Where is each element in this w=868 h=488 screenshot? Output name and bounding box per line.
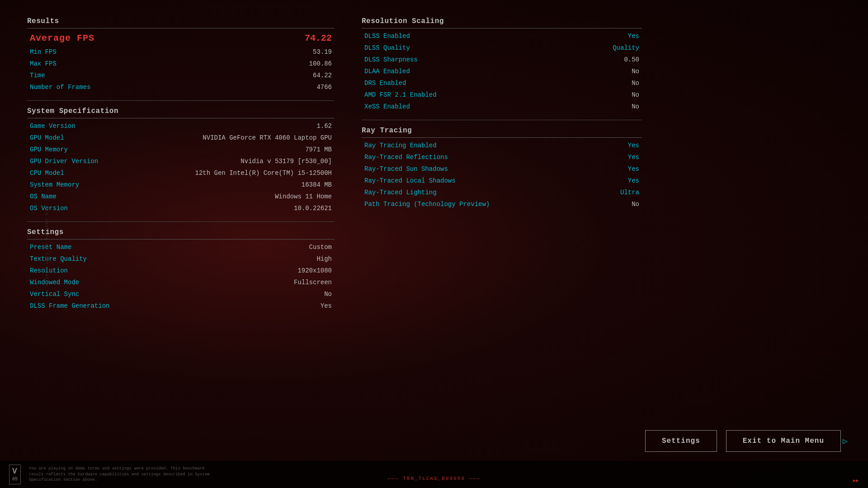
row-label: Vertical Sync — [30, 291, 79, 298]
row-label: Max FPS — [30, 60, 57, 67]
row-value: Yes — [321, 302, 332, 310]
table-row: DLSS QualityQuality — [362, 42, 642, 54]
row-value: 0.50 — [624, 56, 639, 63]
row-label: Ray-Traced Reflections — [364, 154, 448, 161]
row-value: 7971 MB — [305, 146, 332, 153]
row-label: DRS Enabled — [364, 80, 406, 87]
row-value: No — [632, 91, 639, 99]
left-panel: Results Average FPS 74.22 Min FPS53.19Ma… — [27, 14, 335, 474]
table-row: Max FPS100.86 — [27, 58, 335, 70]
row-value: 100.86 — [309, 60, 332, 67]
row-value: 16384 MB — [302, 181, 332, 188]
row-value: No — [632, 80, 639, 87]
row-label: Ray Tracing Enabled — [364, 142, 437, 149]
avg-fps-value: 74.22 — [305, 33, 332, 43]
divider-1 — [27, 100, 335, 101]
table-row: Min FPS53.19 — [27, 46, 335, 58]
row-label: Preset Name — [30, 244, 71, 251]
table-row: System Memory16384 MB — [27, 179, 335, 191]
row-label: Path Tracing (Technology Preview) — [364, 201, 490, 208]
row-label: Number of Frames — [30, 84, 90, 91]
row-value: 10.0.22621 — [294, 205, 332, 212]
table-row: Windowed ModeFullscreen — [27, 277, 335, 288]
resolution-section: Resolution Scaling DLSS EnabledYesDLSS Q… — [362, 14, 642, 113]
row-label: Ray-Traced Local Shadows — [364, 177, 456, 184]
row-label: OS Name — [30, 193, 57, 200]
settings-title: Settings — [27, 225, 335, 239]
row-value: Nvidia v 53179 [r530_00] — [241, 158, 332, 165]
results-rows: Min FPS53.19Max FPS100.86Time64.22Number… — [27, 46, 335, 93]
row-label: System Memory — [30, 181, 79, 188]
table-row: GPU ModelNVIDIA GeForce RTX 4060 Laptop … — [27, 132, 335, 144]
row-label: DLSS Quality — [364, 44, 410, 52]
table-row: OS NameWindows 11 Home — [27, 191, 335, 202]
row-value: Custom — [309, 244, 332, 251]
bottom-center-text: ——— TRN_TLCAS_B09059 ——— — [387, 476, 481, 481]
table-row: Ray-Traced ReflectionsYes — [362, 151, 642, 163]
table-row: XeSS EnabledNo — [362, 101, 642, 113]
avg-fps-label: Average FPS — [30, 33, 94, 43]
row-value: 12th Gen Intel(R) Core(TM) i5-12500H — [195, 169, 332, 177]
table-row: OS Version10.0.22621 — [27, 202, 335, 214]
table-row: Ray-Traced LightingUltra — [362, 187, 642, 198]
table-row: Ray-Traced Sun ShadowsYes — [362, 163, 642, 175]
settings-button[interactable]: Settings — [645, 430, 717, 452]
row-value: Windows 11 Home — [275, 193, 332, 200]
table-row: GPU Memory7971 MB — [27, 144, 335, 155]
row-label: DLSS Sharpness — [364, 56, 418, 63]
row-label: Min FPS — [30, 48, 57, 56]
row-value: Yes — [628, 33, 639, 40]
row-value: 64.22 — [313, 72, 332, 79]
cursor-icon: ▷ — [843, 436, 852, 445]
table-row: DLSS Frame GenerationYes — [27, 300, 335, 312]
row-value: Yes — [628, 165, 639, 173]
row-value: 4766 — [316, 84, 332, 91]
row-value: Yes — [628, 177, 639, 184]
version-num: 85 — [12, 477, 18, 482]
exit-button[interactable]: Exit to Main Menu — [726, 430, 841, 452]
row-value: 1.62 — [316, 122, 332, 130]
row-label: Texture Quality — [30, 255, 87, 263]
system-rows: Game Version1.62GPU ModelNVIDIA GeForce … — [27, 120, 335, 214]
row-label: GPU Memory — [30, 146, 68, 153]
row-value: 53.19 — [313, 48, 332, 56]
version-box: V 85 — [9, 465, 21, 485]
table-row: DLSS Sharpness0.50 — [362, 54, 642, 66]
row-label: XeSS Enabled — [364, 103, 410, 110]
table-row: GPU Driver VersionNvidia v 53179 [r530_0… — [27, 155, 335, 167]
row-value: Ultra — [620, 189, 639, 196]
row-label: Ray-Traced Sun Shadows — [364, 165, 448, 173]
row-value: Yes — [628, 154, 639, 161]
raytracing-section: Ray Tracing Ray Tracing EnabledYesRay-Tr… — [362, 123, 642, 210]
raytracing-title: Ray Tracing — [362, 123, 642, 138]
results-section: Results Average FPS 74.22 Min FPS53.19Ma… — [27, 14, 335, 93]
table-row: Number of Frames4766 — [27, 81, 335, 93]
version-badge: V 85 You are playing on demo terms and s… — [9, 465, 210, 485]
row-label: Windowed Mode — [30, 279, 79, 286]
version-letter: V — [12, 467, 18, 477]
row-value: No — [324, 291, 332, 298]
settings-section: Settings Preset NameCustomTexture Qualit… — [27, 225, 335, 312]
table-row: DLAA EnabledNo — [362, 66, 642, 77]
table-row: DRS EnabledNo — [362, 77, 642, 89]
right-panel: Resolution Scaling DLSS EnabledYesDLSS Q… — [362, 14, 642, 474]
table-row: Game Version1.62 — [27, 120, 335, 132]
table-row: Resolution1920x1080 — [27, 265, 335, 277]
row-value: Fullscreen — [294, 279, 332, 286]
settings-rows: Preset NameCustomTexture QualityHighReso… — [27, 241, 335, 312]
resolution-title: Resolution Scaling — [362, 14, 642, 28]
row-label: DLSS Enabled — [364, 33, 410, 40]
row-value: High — [316, 255, 332, 263]
system-section: System Specification Game Version1.62GPU… — [27, 103, 335, 214]
bottom-bar: V 85 You are playing on demo terms and s… — [0, 461, 868, 488]
row-label: DLSS Frame Generation — [30, 302, 109, 310]
row-value: No — [632, 201, 639, 208]
row-value: NVIDIA GeForce RTX 4060 Laptop GPU — [203, 134, 332, 141]
table-row: Ray-Traced Local ShadowsYes — [362, 175, 642, 187]
row-label: DLAA Enabled — [364, 68, 410, 75]
bottom-right-icon: ▶▶ — [853, 478, 859, 483]
row-value: Quality — [613, 44, 639, 52]
row-label: Ray-Traced Lighting — [364, 189, 437, 196]
row-label: GPU Model — [30, 134, 64, 141]
system-title: System Specification — [27, 103, 335, 118]
